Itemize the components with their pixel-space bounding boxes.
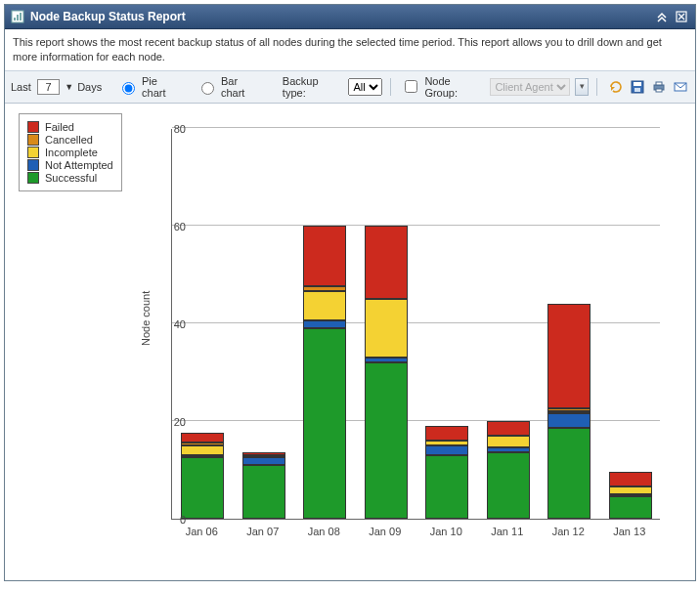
bar-segment [181, 455, 224, 458]
svg-rect-8 [634, 82, 641, 86]
legend-label: Successful [45, 172, 97, 184]
legend-item: Successful [27, 172, 113, 184]
bar-chart-radio[interactable] [201, 82, 214, 95]
bar-segment [609, 496, 652, 519]
bar-segment [487, 447, 530, 452]
pie-chart-label: Pie chart [142, 75, 183, 99]
bar-segment [425, 445, 468, 455]
backup-type-select[interactable]: All [348, 78, 382, 96]
report-description: This report shows the most recent backup… [5, 29, 695, 71]
y-tick-label: 0 [156, 514, 186, 526]
chart-legend: FailedCancelledIncompleteNot AttemptedSu… [19, 113, 122, 191]
x-tick-label: Jan 07 [233, 526, 293, 537]
bar-segment [487, 452, 530, 519]
email-icon [673, 79, 688, 95]
report-icon [11, 10, 24, 23]
close-icon [676, 11, 687, 22]
bar-segment [242, 455, 285, 458]
report-toolbar: Last 7 ▼ Days Pie chart Bar chart Backup… [5, 71, 695, 104]
email-button[interactable] [672, 78, 689, 96]
bar-column [303, 226, 346, 519]
bar-segment [547, 408, 591, 411]
bar-segment [303, 226, 346, 287]
bar-segment [547, 304, 591, 409]
legend-swatch [27, 159, 39, 171]
legend-item: Cancelled [27, 134, 113, 146]
legend-label: Not Attempted [45, 159, 113, 171]
legend-item: Not Attempted [27, 159, 113, 171]
chart-container: FailedCancelledIncompleteNot AttemptedSu… [5, 104, 695, 580]
node-group-select[interactable]: Client Agent [490, 78, 570, 96]
panel-titlebar: Node Backup Status Report [5, 5, 695, 29]
grid-line [172, 127, 660, 128]
y-tick-label: 20 [156, 416, 186, 428]
bar-segment [181, 445, 224, 455]
bar-column [365, 226, 408, 519]
bar-segment [181, 433, 224, 443]
plot-area [171, 129, 660, 520]
bar-segment [242, 457, 285, 465]
bar-segment [365, 362, 408, 519]
bar-segment [609, 494, 652, 497]
toolbar-separator-2 [596, 78, 597, 96]
bar-segment [303, 328, 346, 519]
x-tick-label: Jan 09 [355, 526, 416, 537]
bar-segment [303, 320, 346, 328]
close-button[interactable] [674, 9, 689, 24]
x-tick-label: Jan 08 [293, 526, 354, 537]
last-label: Last [11, 81, 31, 93]
bar-column [609, 472, 652, 519]
node-group-extra-dropdown[interactable]: ▾ [575, 78, 589, 96]
bar-segment [487, 421, 530, 436]
pie-chart-radio[interactable] [122, 82, 135, 95]
collapse-button[interactable] [654, 9, 670, 24]
bar-segment [425, 426, 468, 441]
bar-segment [547, 428, 591, 519]
days-input[interactable]: 7 [37, 79, 60, 95]
days-dropdown-caret[interactable]: ▼ [65, 82, 73, 92]
legend-swatch [27, 172, 39, 184]
x-tick-label: Jan 06 [171, 526, 232, 537]
panel-title: Node Backup Status Report [30, 10, 186, 23]
print-button[interactable] [650, 78, 668, 96]
x-tick-label: Jan 13 [599, 526, 660, 537]
save-button[interactable] [629, 78, 646, 96]
bar-column [547, 304, 591, 519]
grid-line [172, 225, 660, 226]
bar-segment [609, 486, 652, 494]
bar-segment [609, 472, 652, 486]
y-axis-title: Node count [140, 290, 152, 345]
bar-column [181, 433, 224, 519]
svg-rect-2 [17, 15, 19, 21]
svg-rect-1 [14, 18, 16, 21]
bar-column [242, 452, 285, 519]
node-group-label: Node Group: [424, 75, 484, 99]
x-tick-label: Jan 12 [538, 526, 598, 537]
bar-segment [425, 455, 468, 519]
svg-rect-3 [20, 13, 22, 21]
x-tick-label: Jan 11 [477, 526, 538, 537]
print-icon [651, 79, 667, 95]
svg-rect-11 [656, 82, 662, 85]
node-group-checkbox[interactable] [405, 80, 417, 93]
bar-segment [365, 226, 408, 299]
bar-segment [303, 286, 346, 291]
legend-label: Failed [45, 121, 74, 133]
bar-column [487, 421, 530, 519]
bar-segment [547, 411, 591, 414]
backup-type-label: Backup type: [283, 75, 343, 99]
y-tick-label: 60 [156, 221, 186, 232]
toolbar-separator [390, 78, 391, 96]
legend-swatch [27, 121, 39, 133]
legend-swatch [27, 134, 39, 146]
x-tick-label: Jan 10 [416, 526, 476, 537]
legend-label: Cancelled [45, 134, 93, 146]
bar-segment [487, 436, 530, 448]
legend-item: Incomplete [27, 147, 113, 158]
legend-label: Incomplete [45, 147, 98, 158]
refresh-button[interactable] [607, 78, 625, 96]
save-icon [630, 79, 645, 95]
legend-swatch [27, 147, 39, 158]
bar-segment [365, 299, 408, 358]
bar-column [425, 426, 468, 519]
